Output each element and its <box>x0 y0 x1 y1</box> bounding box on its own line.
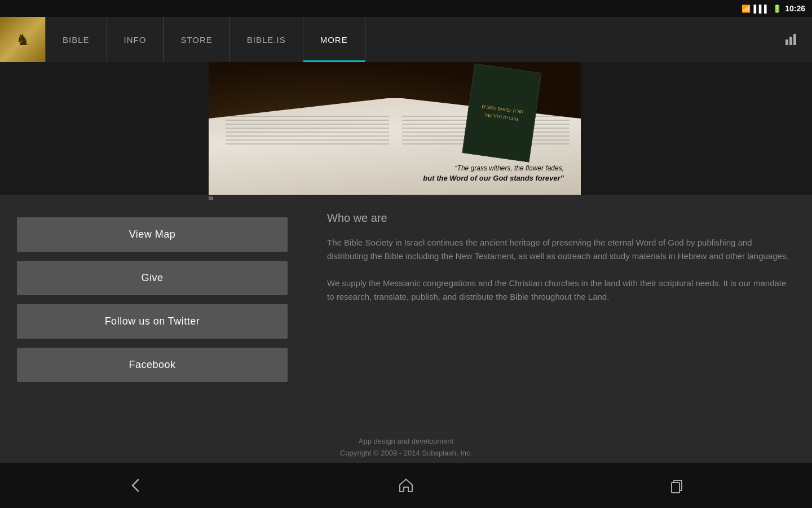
dark-book: תורה נביאים כתובים והברית החדישה <box>462 63 541 162</box>
wifi-icon: 📶 <box>742 5 751 13</box>
book-hebrew-text: תורה נביאים כתובים והברית החדישה <box>480 102 524 124</box>
tab-bible-is[interactable]: BIBLE.IS <box>230 17 303 62</box>
hero-image: תורה נביאים כתובים והברית החדישה “The gr… <box>209 62 581 195</box>
chart-icon[interactable] <box>778 17 806 62</box>
status-time: 10:26 <box>785 4 805 13</box>
svg-rect-2 <box>793 34 796 45</box>
recents-button[interactable] <box>660 474 694 497</box>
facebook-button[interactable]: Facebook <box>17 348 288 382</box>
who-we-are-title: Who we are <box>327 212 789 225</box>
signal-icon: ▌▌▌ <box>754 5 770 13</box>
twitter-button[interactable]: Follow us on Twitter <box>17 304 288 339</box>
right-panel: Who we are The Bible Society in Israel c… <box>304 195 812 463</box>
bottom-nav <box>0 463 812 508</box>
home-button[interactable] <box>389 474 423 497</box>
footer: App design and development Copyright © 2… <box>0 432 812 463</box>
nav-tabs: BIBLE INFO STORE BIBLE.IS MORE <box>45 17 812 62</box>
paragraph-1: The Bible Society in Israel continues th… <box>327 236 789 263</box>
view-map-button[interactable]: View Map <box>17 217 288 252</box>
hero-quote: “The grass withers, the flower fades, bu… <box>423 164 564 183</box>
status-bar: 📶 ▌▌▌ 🔋 10:26 <box>0 0 812 17</box>
paragraph-2: We supply the Messianic congregations an… <box>327 277 789 304</box>
page-left-text <box>226 116 395 147</box>
main-content: View Map Give Follow us on Twitter Faceb… <box>0 195 812 463</box>
navbar: ♞ BIBLE INFO STORE BIBLE.IS MORE <box>0 17 812 62</box>
bible-visual: תורה נביאים כתובים והברית החדישה “The gr… <box>209 62 581 195</box>
logo-icon: ♞ <box>16 30 30 49</box>
footer-line1: App design and development <box>359 436 453 448</box>
svg-rect-0 <box>785 40 788 45</box>
tab-bible[interactable]: BIBLE <box>45 17 107 62</box>
tab-info[interactable]: INFO <box>107 17 164 62</box>
status-icons: 📶 ▌▌▌ 🔋 10:26 <box>742 4 805 13</box>
tab-store[interactable]: STORE <box>164 17 230 62</box>
scroll-indicator <box>209 196 213 200</box>
back-button[interactable] <box>118 474 152 497</box>
app-logo: ♞ <box>0 17 45 62</box>
tab-more[interactable]: MORE <box>303 17 365 62</box>
footer-line2: Copyright © 2009 - 2014 Subsplash, Inc. <box>340 448 472 459</box>
svg-rect-4 <box>672 483 679 493</box>
left-panel: View Map Give Follow us on Twitter Faceb… <box>0 195 304 463</box>
svg-rect-1 <box>789 37 792 45</box>
battery-icon: 🔋 <box>773 5 782 13</box>
give-button[interactable]: Give <box>17 261 288 295</box>
